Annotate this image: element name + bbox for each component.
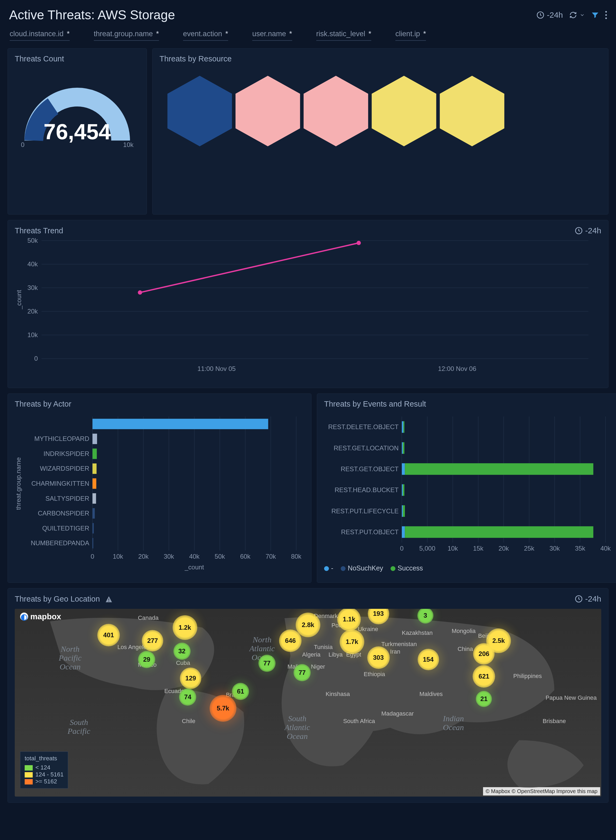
- geo-map[interactable]: ◐mapbox total_threats < 124124 - 5161>= …: [15, 609, 601, 797]
- svg-rect-52: [92, 493, 96, 504]
- map-cluster-bubble[interactable]: 621: [472, 665, 495, 688]
- filter-event.action[interactable]: event.action*: [183, 30, 228, 41]
- map-cluster-bubble[interactable]: 3: [417, 609, 433, 624]
- filter-icon: [591, 11, 599, 19]
- map-place-label: Iran: [390, 648, 400, 655]
- panel-threats-by-events: Threats by Events and Result 05,00010k15…: [317, 394, 616, 583]
- filter-cloud.instance.id[interactable]: cloud.instance.id*: [10, 30, 70, 41]
- gauge-value: 76,454: [44, 119, 111, 144]
- svg-text:40k: 40k: [27, 260, 38, 268]
- svg-rect-81: [403, 421, 405, 433]
- svg-rect-44: [92, 434, 97, 444]
- map-cluster-bubble[interactable]: 21: [476, 691, 492, 707]
- warning-icon: [105, 596, 113, 603]
- filter-label: threat.group.name: [94, 30, 153, 38]
- map-ocean-label: SouthPacific: [67, 718, 90, 736]
- svg-text:20k: 20k: [27, 308, 38, 315]
- refresh-icon: [569, 11, 577, 19]
- map-cluster-bubble[interactable]: 74: [179, 689, 196, 706]
- events-legend: - NoSuchKey Success: [324, 564, 614, 572]
- map-ocean-label: IndianOcean: [443, 714, 464, 732]
- map-cluster-bubble[interactable]: 303: [367, 646, 390, 669]
- svg-rect-84: [403, 442, 405, 454]
- svg-point-22: [356, 241, 361, 245]
- svg-text:CARBONSPIDER: CARBONSPIDER: [38, 510, 89, 517]
- map-cluster-bubble[interactable]: 1.1k: [337, 609, 361, 631]
- panel-time-range[interactable]: -24h: [575, 594, 601, 604]
- svg-text:INDRIKSPIDER: INDRIKSPIDER: [43, 450, 89, 457]
- panel-threats-by-geo: Threats by Geo Location -24h ◐mapbox tot…: [7, 588, 609, 803]
- map-cluster-bubble[interactable]: 646: [279, 630, 302, 652]
- map-cluster-bubble[interactable]: 29: [138, 651, 155, 668]
- hex-cell[interactable]: [162, 73, 237, 148]
- svg-marker-2: [236, 76, 300, 146]
- filter-label: cloud.instance.id: [10, 30, 63, 38]
- map-cluster-bubble[interactable]: 154: [418, 649, 439, 670]
- filter-label: event.action: [183, 30, 222, 38]
- svg-text:10k: 10k: [27, 331, 38, 338]
- map-ocean-label: SouthAtlanticOcean: [285, 714, 310, 740]
- map-place-label: Tunisia: [314, 644, 333, 651]
- hex-cell[interactable]: [298, 73, 373, 148]
- svg-text:12:00 Nov 06: 12:00 Nov 06: [438, 365, 476, 372]
- svg-text:35k: 35k: [575, 545, 586, 552]
- svg-marker-1: [167, 76, 232, 146]
- map-place-label: Philippines: [513, 673, 542, 680]
- map-place-label: Kinshasa: [326, 691, 350, 698]
- filter-threat.group.name[interactable]: threat.group.name*: [94, 30, 159, 41]
- svg-rect-83: [402, 442, 403, 454]
- hex-cell[interactable]: [434, 73, 510, 148]
- refresh-button[interactable]: [569, 11, 585, 19]
- map-cluster-bubble[interactable]: 129: [180, 668, 201, 689]
- clock-icon: [536, 11, 545, 19]
- map-cluster-bubble[interactable]: 5.7k: [210, 695, 236, 722]
- map-cluster-bubble[interactable]: 401: [97, 624, 120, 646]
- panel-threats-by-actor: Threats by Actor 010k20k30k40k50k60k70k8…: [7, 394, 311, 583]
- svg-text:11:00 Nov 05: 11:00 Nov 05: [197, 365, 236, 372]
- filter-risk.static_level[interactable]: risk.static_level*: [316, 30, 371, 41]
- svg-text:30k: 30k: [27, 284, 38, 291]
- map-place-label: Madagascar: [381, 710, 414, 717]
- map-cluster-bubble[interactable]: 32: [173, 643, 191, 660]
- page-title: Active Threats: AWS Storage: [9, 7, 175, 22]
- map-place-label: Canada: [138, 614, 158, 621]
- panel-title: Threats by Events and Result: [324, 399, 614, 408]
- svg-text:_count: _count: [185, 564, 204, 571]
- chevron-down-icon: [579, 11, 585, 19]
- map-cluster-bubble[interactable]: 1.7k: [340, 630, 364, 654]
- panel-time-range[interactable]: -24h: [575, 226, 601, 235]
- filter-value: *: [368, 30, 371, 38]
- map-cluster-bubble[interactable]: 61: [232, 683, 249, 700]
- map-cluster-bubble[interactable]: 1.2k: [173, 615, 197, 640]
- time-range-button[interactable]: -24h: [536, 10, 563, 19]
- svg-text:0: 0: [34, 355, 38, 362]
- filter-client.ip[interactable]: client.ip*: [395, 30, 426, 41]
- svg-text:0: 0: [400, 545, 403, 552]
- map-cluster-bubble[interactable]: 2.8k: [296, 612, 320, 637]
- filter-value: *: [423, 30, 426, 38]
- svg-text:30k: 30k: [164, 553, 175, 560]
- map-cluster-bubble[interactable]: 206: [473, 643, 494, 665]
- svg-rect-46: [92, 448, 97, 459]
- hex-cell[interactable]: [230, 73, 305, 148]
- panel-title: Threats by Geo Location: [15, 595, 100, 603]
- map-cluster-bubble[interactable]: 277: [142, 630, 163, 652]
- filter-button[interactable]: [591, 11, 599, 19]
- map-place-label: Cuba: [176, 659, 190, 667]
- svg-text:threat.group.name: threat.group.name: [15, 457, 22, 510]
- svg-marker-4: [372, 76, 436, 146]
- panel-threats-trend: Threats Trend -24h 010k20k30k40k50k_coun…: [7, 220, 609, 388]
- svg-rect-43: [92, 419, 268, 429]
- map-cluster-bubble[interactable]: 77: [258, 655, 276, 672]
- svg-text:10k: 10k: [113, 553, 123, 560]
- map-cluster-bubble[interactable]: 77: [293, 664, 311, 681]
- more-menu-button[interactable]: [605, 11, 607, 19]
- panel-threats-count: Threats Count 76,454 0 10k: [7, 48, 147, 214]
- filter-user.name[interactable]: user.name*: [252, 30, 292, 41]
- map-place-label: South Africa: [343, 718, 375, 725]
- legend-nokey: NoSuchKey: [348, 564, 383, 572]
- svg-rect-90: [403, 485, 405, 496]
- svg-text:REST.DELETE.OBJECT: REST.DELETE.OBJECT: [328, 423, 399, 430]
- svg-text:REST.GET.LOCATION: REST.GET.LOCATION: [334, 444, 399, 452]
- hex-cell[interactable]: [367, 73, 441, 148]
